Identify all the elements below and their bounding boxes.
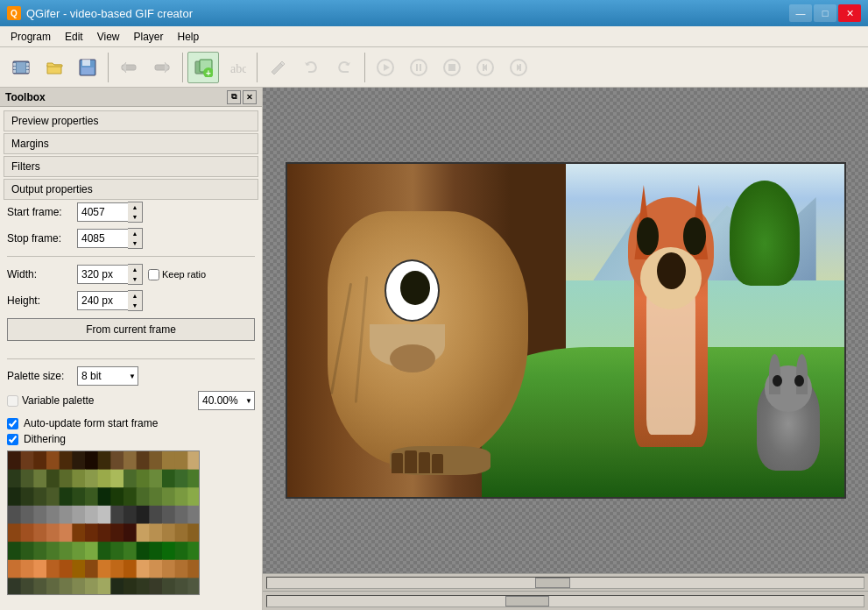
keep-ratio-checkbox[interactable] <box>148 269 159 280</box>
preview-hscroll-thumb[interactable] <box>535 578 570 588</box>
variable-palette-pct-select[interactable]: 40.00% ▼ <box>198 391 255 410</box>
preview-image <box>286 162 846 499</box>
stop-button[interactable] <box>436 52 468 83</box>
svg-rect-2 <box>13 67 16 69</box>
from-current-frame-button[interactable]: From current frame <box>7 318 255 341</box>
open-button[interactable] <box>39 52 70 83</box>
text-button[interactable]: abc <box>221 52 252 83</box>
app-icon: Q <box>7 6 21 20</box>
height-input[interactable] <box>77 291 128 310</box>
stop-frame-input[interactable] <box>77 229 128 248</box>
redo-button[interactable] <box>328 52 360 83</box>
section-margins[interactable]: Margins <box>4 133 258 154</box>
dithering-row: Dithering <box>4 431 258 447</box>
height-label: Height: <box>7 294 77 307</box>
forward-button[interactable] <box>503 52 534 83</box>
section-filters[interactable]: Filters <box>4 156 258 177</box>
stop-frame-label: Stop frame: <box>7 232 77 245</box>
prev-arrow-icon <box>119 58 138 77</box>
start-frame-down-button[interactable]: ▼ <box>128 212 142 222</box>
palette-size-label: Palette size: <box>7 370 77 382</box>
undo-button[interactable] <box>295 52 327 83</box>
prev-frame-button[interactable] <box>113 52 145 83</box>
auto-update-label: Auto-update form start frame <box>24 417 158 429</box>
preview-hscrollbar <box>263 573 868 591</box>
width-up-button[interactable]: ▲ <box>128 265 142 274</box>
pencil-icon <box>268 58 287 77</box>
svg-rect-7 <box>17 62 25 73</box>
palette-size-select-container: 8 bit ▼ <box>77 366 138 386</box>
height-row: Height: ▲ ▼ <box>4 290 258 311</box>
toolbox-detach-button[interactable]: ⧉ <box>227 90 241 104</box>
scene-tree-top <box>730 181 800 286</box>
width-input[interactable] <box>77 265 128 284</box>
preview-timeline-track[interactable] <box>266 595 864 607</box>
pencil-button[interactable] <box>262 52 293 83</box>
height-spinbox: ▲ ▼ <box>77 290 143 311</box>
next-arrow-icon <box>152 58 172 77</box>
stop-frame-spinbox-buttons: ▲ ▼ <box>128 228 143 249</box>
svg-rect-10 <box>81 67 94 74</box>
toolbox-title: Toolbox <box>5 91 46 103</box>
forward-icon <box>509 58 528 77</box>
start-frame-up-button[interactable]: ▲ <box>128 202 142 212</box>
svg-rect-3 <box>13 70 16 73</box>
app-title: QGifer - video-based GIF creator <box>26 7 193 20</box>
from-current-frame-container: From current frame <box>4 316 258 351</box>
height-spinbox-buttons: ▲ ▼ <box>128 290 143 311</box>
start-frame-row: Start frame: ▲ ▼ <box>4 202 258 223</box>
width-down-button[interactable]: ▼ <box>128 274 142 284</box>
play-icon <box>376 58 395 77</box>
toolbox-close-button[interactable]: ✕ <box>243 90 257 104</box>
maximize-button[interactable]: □ <box>814 4 836 22</box>
film-strip-button[interactable] <box>5 52 37 83</box>
svg-rect-24 <box>448 64 455 71</box>
svg-rect-6 <box>26 70 29 73</box>
section-preview-properties[interactable]: Preview properties <box>4 110 258 131</box>
preview-area <box>263 88 868 610</box>
open-icon <box>45 58 64 77</box>
pause-button[interactable] <box>403 52 434 83</box>
svg-rect-21 <box>416 64 418 71</box>
separator-4 <box>364 53 365 82</box>
section-output-properties[interactable]: Output properties <box>4 179 258 200</box>
add-frame-icon: + + <box>194 58 213 77</box>
toolbox-panel: Toolbox ⧉ ✕ Preview properties Margins F… <box>0 88 263 610</box>
add-frame-button[interactable]: + + <box>187 52 219 83</box>
text-icon: abc <box>227 58 246 77</box>
dithering-label: Dithering <box>24 433 66 445</box>
minimize-button[interactable]: — <box>789 4 812 22</box>
palette-size-select[interactable]: 8 bit ▼ <box>77 366 138 386</box>
titlebar-left: Q QGifer - video-based GIF creator <box>7 6 193 20</box>
width-row: Width: ▲ ▼ Keep ratio <box>4 264 258 285</box>
width-label: Width: <box>7 268 77 280</box>
separator-2 <box>182 53 183 82</box>
save-button[interactable] <box>72 52 103 83</box>
stop-frame-up-button[interactable]: ▲ <box>128 229 142 238</box>
menu-player[interactable]: Player <box>127 28 171 46</box>
svg-rect-1 <box>13 63 16 66</box>
toolbar: + + abc <box>0 47 868 88</box>
svg-rect-26 <box>483 64 484 71</box>
dithering-checkbox[interactable] <box>7 434 18 445</box>
stop-frame-down-button[interactable]: ▼ <box>128 238 142 248</box>
preview-timeline-thumb[interactable] <box>505 596 549 606</box>
width-spinbox: ▲ ▼ <box>77 264 143 285</box>
menu-program[interactable]: Program <box>4 28 58 46</box>
start-frame-input[interactable] <box>77 202 128 222</box>
height-down-button[interactable]: ▼ <box>128 301 142 310</box>
next-frame-button[interactable] <box>146 52 178 83</box>
menu-edit[interactable]: Edit <box>58 28 90 46</box>
preview-timeline <box>263 591 868 610</box>
preview-hscroll-track[interactable] <box>266 577 864 589</box>
close-button[interactable]: ✕ <box>838 4 861 22</box>
palette-size-row: Palette size: 8 bit ▼ <box>4 366 258 386</box>
auto-update-checkbox[interactable] <box>7 418 18 429</box>
variable-palette-checkbox[interactable] <box>7 395 18 407</box>
play-button[interactable] <box>370 52 401 83</box>
height-up-button[interactable]: ▲ <box>128 291 142 301</box>
menu-view[interactable]: View <box>90 28 127 46</box>
menu-help[interactable]: Help <box>171 28 207 46</box>
film-strip-icon <box>11 58 31 77</box>
rewind-button[interactable] <box>469 52 501 83</box>
